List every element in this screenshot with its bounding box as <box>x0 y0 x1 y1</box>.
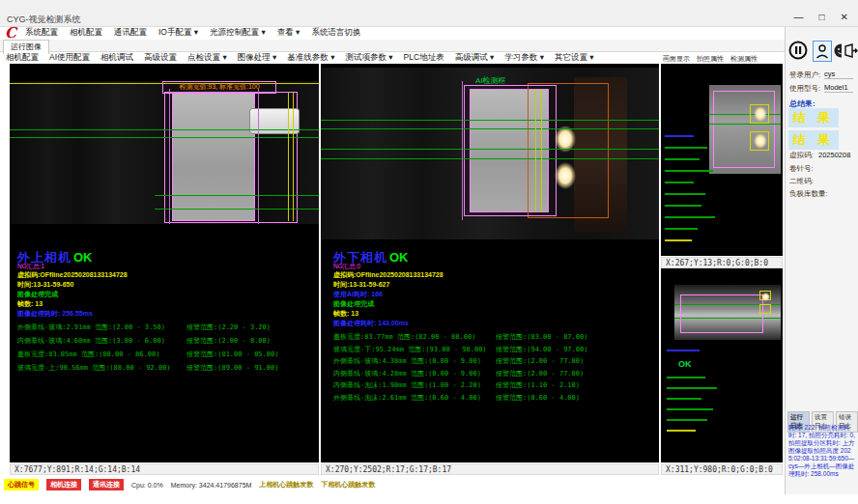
coord-status-left: X:7677;Y:891;R:14;G:14;B:14 <box>10 463 319 475</box>
toolbar-item[interactable]: 测试项参数 ▾ <box>345 52 392 64</box>
measurement-text: 盖板宽度:83.05mm 范围:(80.00 - 86.00) <box>17 350 159 358</box>
lower-camera-view[interactable]: AI检测框 外下相机OK NG汇总:0 虚拟码:OFfline202502081… <box>321 64 659 462</box>
alarm-range: 报警范围:(2.20 - 3.20) <box>186 324 271 331</box>
info-line: 虚拟码:OFfline20250208133134728 <box>333 271 443 278</box>
lower-camera-image[interactable]: AI检测框 <box>321 68 659 239</box>
thumb-image-bottom[interactable] <box>674 285 781 340</box>
info-line: 时间:13-31-59-627 <box>333 281 443 288</box>
thumb-camera-view-bottom[interactable]: OK <box>661 268 783 462</box>
menu-item[interactable]: 查看 ▾ <box>277 27 300 39</box>
pause-icon <box>788 41 808 60</box>
measurement-text: 内侧基线-泡沫:1.90mm 范围:(1.00 - 2.20) <box>333 381 481 389</box>
lower-camera-trigger-label: 下相机心跳触发数 <box>321 480 375 490</box>
virtual-code-label: 虚拟码: <box>789 151 814 160</box>
menu-item[interactable]: 光源控制配置 ▾ <box>210 27 266 39</box>
alarm-range: 报警范围:(2.00 - 77.00) <box>496 358 584 365</box>
small-view-header-tabs: 画面显示拍照属性检测属性 <box>663 54 758 64</box>
thumb-camera-view-top[interactable] <box>661 64 783 256</box>
measurement-row: 内侧基线-泡沫:1.90mm 范围:(1.00 - 2.20)报警范围:(1.1… <box>333 382 659 389</box>
info-line: 图像处理完成 <box>17 291 128 297</box>
maximize-button[interactable]: □ <box>819 12 825 22</box>
toolbar-item[interactable]: 相机配置 <box>6 52 39 64</box>
alarm-range: 报警范围:(89.00 - 91.00) <box>186 365 278 372</box>
needle-no-label: 卷针号: <box>789 164 814 174</box>
overlay-measure-label: 检测宽值:93, 标准宽值:100 <box>162 81 276 94</box>
ng-note: NG汇总:0 <box>333 263 360 271</box>
toolbar-item[interactable]: 高级调试 ▾ <box>455 52 495 64</box>
exit-icon <box>843 42 858 59</box>
result-ok-badge: OK <box>73 250 93 265</box>
measurement-row: 内侧基线-玻璃:4.60mm 范围:(3.00 - 6.00)报警范围:(2.0… <box>17 338 319 345</box>
cpu-usage-label: Cpu: 0.0% <box>131 482 163 489</box>
model-value[interactable]: Model1 <box>824 83 853 93</box>
upper-camera-image[interactable]: 检测宽值:93, 标准宽值:100 <box>10 81 319 224</box>
small-view-tab[interactable]: 画面显示 <box>663 54 690 64</box>
menu-item[interactable]: 系统配置 <box>25 27 58 39</box>
login-user-label: 登录用户: <box>789 70 820 80</box>
measurement-list: 外侧基线-玻璃:2.91mm 范围:(2.00 - 3.50)报警范围:(2.2… <box>17 324 319 378</box>
detection-rect <box>464 85 557 216</box>
menu-item[interactable]: 相机配置 <box>70 27 102 39</box>
info-line: 图像处理耗时: 143.00ms <box>333 320 443 326</box>
info-line: 时间:13-31-59-650 <box>17 281 128 288</box>
app-window: CYG-视觉检测系统 — □ ✕ C 系统配置相机配置通讯配置IO手配置 ▾光源… <box>0 0 858 504</box>
measurement-row: 盖板宽度:83.77mm 范围:(82.00 - 88.00)报警范围:(83.… <box>333 334 659 341</box>
toolbar-item[interactable]: 其它设置 ▾ <box>555 52 594 64</box>
highlight-glint <box>555 162 576 189</box>
close-button[interactable]: ✕ <box>841 12 848 22</box>
log-text: 耗时: 222, 拍照检测耗时: 17, 拍照分亮耗时: 0, 拍照提取分区耗时… <box>788 424 856 478</box>
info-line: 使用AI耗时: 166 <box>333 291 443 297</box>
menu-item[interactable]: 通讯配置 <box>114 27 147 39</box>
pause-button[interactable] <box>787 40 809 61</box>
right-control-panel: 登录用户: cys 使用型号: Model1 总结果: 结 果 结 果 虚拟码:… <box>785 27 858 494</box>
user-icon <box>815 43 829 59</box>
alarm-range: 报警范围:(0.60 - 4.00) <box>496 395 580 402</box>
toolbar-item[interactable]: 高级设置 <box>144 52 177 64</box>
virtual-code-value: 20250208 <box>818 151 850 159</box>
qr-code-label: 二维码: <box>789 177 814 186</box>
upper-camera-trigger-label: 上相机心跳触发数 <box>259 480 313 490</box>
measurement-text: 外侧基线-泡沫:2.61mm 范围:(0.60 - 4.00) <box>333 394 481 402</box>
info-line: 帧数: 13 <box>17 300 128 307</box>
cell-region <box>172 93 255 221</box>
exit-button[interactable] <box>842 40 858 61</box>
menu-bar: 系统配置相机配置通讯配置IO手配置 ▾光源控制配置 ▾查看 ▾系统语言切换 <box>25 26 360 40</box>
info-lines: 虚拟码:OFfline20250208133134728 时间:13-31-59… <box>17 271 128 320</box>
menu-item[interactable]: IO手配置 ▾ <box>158 27 198 39</box>
measurement-text: 内侧基线-玻璃:4.28mm 范围:(0.00 - 9.00) <box>333 370 481 378</box>
toolbar-item[interactable]: 点检设置 ▾ <box>187 52 227 64</box>
info-lines: 虚拟码:OFfline20250208133134728 时间:13-31-59… <box>333 271 443 329</box>
toolbar-item[interactable]: PLC地址表 <box>404 52 444 64</box>
info-line: 图像处理完成 <box>333 300 443 307</box>
toolbar-item[interactable]: 基准线参数 ▾ <box>287 52 334 64</box>
measurement-row: 外侧基线-泡沫:2.61mm 范围:(0.60 - 4.00)报警范围:(0.6… <box>333 395 659 402</box>
small-view-tab[interactable]: 检测属性 <box>730 54 758 64</box>
camera-connection-badge: 相机连接 <box>46 479 81 490</box>
measurement-text: 盖板宽度:83.77mm 范围:(82.00 - 88.00) <box>333 333 475 341</box>
measurement-row: 玻璃宽度-下:95.24mm 范围:(93.00 - 98.00)报警范围:(9… <box>333 347 659 353</box>
minimize-button[interactable]: — <box>794 12 804 22</box>
alarm-range: 报警范围:(83.00 - 87.00) <box>496 334 587 341</box>
toolbar-item[interactable]: 相机调试 <box>100 52 133 64</box>
heartbeat-badge: 心跳信号 <box>4 479 39 490</box>
toolbar-item[interactable]: 图像处理 ▾ <box>238 52 277 64</box>
ai-detection-rect <box>750 104 769 124</box>
alarm-range: 报警范围:(2.00 - 8.00) <box>186 338 271 345</box>
small-view-tab[interactable]: 拍照属性 <box>697 54 724 64</box>
comm-connection-badge: 通讯连接 <box>89 479 124 490</box>
login-user-button[interactable] <box>813 41 832 62</box>
menu-item[interactable]: 系统语言切换 <box>311 27 360 39</box>
highlight-glint <box>761 293 770 301</box>
thumb-image-top[interactable] <box>709 85 781 174</box>
thumb-ok-badge: OK <box>678 359 692 369</box>
info-line: 虚拟码:OFfline20250208133134728 <box>17 271 128 278</box>
toolbar: 相机配置AI使用配置相机调试高级设置点检设置 ▾图像处理 ▾基准线参数 ▾测试项… <box>6 52 594 63</box>
result-box-upper: 结 果 <box>788 108 839 127</box>
info-line: 帧数: 13 <box>333 310 443 317</box>
toolbar-item[interactable]: 学习参数 ▾ <box>504 52 544 64</box>
login-user-value[interactable]: cys <box>824 70 853 79</box>
ng-note: NG汇总:1 <box>17 263 44 271</box>
detection-rect <box>713 91 775 168</box>
upper-camera-view[interactable]: 检测宽值:93, 标准宽值:100 外上相机OK NG汇总:1 虚拟码:OFfl… <box>10 64 319 462</box>
toolbar-item[interactable]: AI使用配置 <box>49 52 90 64</box>
